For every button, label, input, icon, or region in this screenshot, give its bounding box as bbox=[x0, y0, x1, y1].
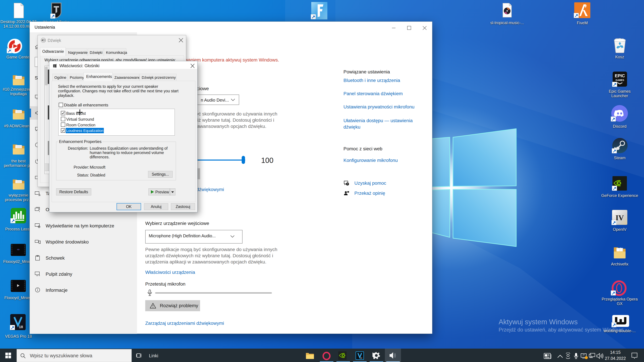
svg-text:18: 18 bbox=[19, 325, 23, 329]
svg-text:EPIC: EPIC bbox=[615, 73, 625, 78]
svg-text:IV: IV bbox=[616, 214, 624, 222]
svg-text:GAMES: GAMES bbox=[616, 79, 624, 81]
svg-text:18: 18 bbox=[360, 357, 362, 359]
svg-text:?: ? bbox=[347, 183, 348, 185]
